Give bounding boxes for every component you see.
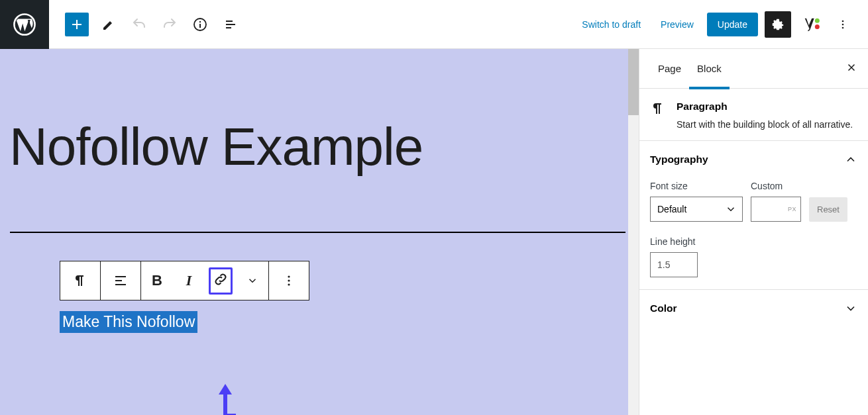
undo-icon bbox=[131, 17, 147, 32]
custom-size-label: Custom bbox=[751, 181, 801, 191]
svg-point-9 bbox=[288, 275, 290, 277]
annotation-arrow-icon bbox=[213, 380, 240, 415]
gear-icon bbox=[771, 17, 785, 32]
list-outline-icon bbox=[223, 17, 239, 32]
svg-point-5 bbox=[815, 24, 820, 29]
paragraph-icon bbox=[72, 273, 88, 289]
info-button[interactable] bbox=[187, 11, 213, 38]
svg-point-7 bbox=[842, 23, 844, 25]
chevron-up-icon bbox=[844, 153, 857, 166]
info-icon bbox=[192, 17, 208, 32]
typography-panel-toggle[interactable]: Typography bbox=[639, 141, 868, 178]
color-panel: Color bbox=[639, 289, 868, 327]
wordpress-icon bbox=[13, 13, 36, 36]
typography-heading: Typography bbox=[650, 154, 708, 165]
close-icon bbox=[845, 62, 857, 73]
editor-topbar: Switch to draft Preview Update bbox=[0, 0, 868, 49]
svg-point-8 bbox=[842, 26, 844, 28]
line-height-label: Line height bbox=[650, 236, 857, 247]
svg-point-4 bbox=[815, 18, 820, 23]
tab-page[interactable]: Page bbox=[650, 49, 689, 89]
selected-paragraph-text[interactable]: Make This Nofollow bbox=[60, 311, 197, 333]
svg-point-2 bbox=[199, 21, 201, 22]
italic-button[interactable]: I bbox=[173, 261, 205, 300]
block-more-button[interactable] bbox=[269, 261, 309, 300]
font-size-value: Default bbox=[657, 204, 686, 214]
link-button[interactable] bbox=[205, 261, 237, 300]
line-height-input[interactable]: 1.5 bbox=[650, 252, 698, 277]
pencil-icon bbox=[101, 17, 117, 32]
settings-button[interactable] bbox=[765, 11, 791, 38]
bold-button[interactable]: B bbox=[141, 261, 173, 300]
yoast-icon bbox=[802, 15, 820, 34]
scrollbar-track[interactable] bbox=[628, 49, 639, 415]
edit-mode-button[interactable] bbox=[95, 11, 122, 38]
block-description: Start with the building block of all nar… bbox=[677, 118, 853, 132]
paragraph-icon bbox=[650, 101, 666, 116]
tab-block[interactable]: Block bbox=[689, 49, 730, 89]
plus-icon bbox=[69, 17, 85, 32]
color-heading: Color bbox=[650, 302, 677, 314]
block-info-header: Paragraph Start with the building block … bbox=[639, 89, 868, 140]
yoast-button[interactable] bbox=[798, 11, 824, 38]
redo-icon bbox=[162, 17, 178, 32]
line-height-value: 1.5 bbox=[657, 259, 670, 270]
align-left-icon bbox=[113, 273, 129, 289]
svg-rect-3 bbox=[199, 24, 201, 28]
font-size-select[interactable]: Default bbox=[650, 197, 743, 222]
close-sidebar-button[interactable] bbox=[845, 62, 857, 75]
outline-button[interactable] bbox=[217, 11, 244, 38]
page-title[interactable]: Nofollow Example bbox=[0, 49, 639, 173]
color-panel-toggle[interactable]: Color bbox=[639, 290, 868, 327]
svg-point-6 bbox=[842, 20, 844, 22]
chevron-down-icon bbox=[844, 302, 857, 315]
add-block-button[interactable] bbox=[65, 13, 89, 36]
chevron-down-icon bbox=[246, 275, 258, 287]
redo-button[interactable] bbox=[156, 11, 183, 38]
more-options-button[interactable] bbox=[831, 11, 855, 38]
kebab-icon bbox=[281, 273, 297, 289]
preview-button[interactable]: Preview bbox=[654, 15, 700, 34]
update-button[interactable]: Update bbox=[707, 13, 758, 36]
block-type-button[interactable] bbox=[60, 261, 100, 300]
block-name: Paragraph bbox=[677, 101, 853, 113]
wordpress-logo-button[interactable] bbox=[0, 0, 49, 49]
chevron-down-icon bbox=[725, 203, 737, 215]
link-icon bbox=[213, 271, 229, 287]
align-button[interactable] bbox=[101, 261, 140, 300]
more-formatting-button[interactable] bbox=[237, 261, 268, 300]
kebab-icon bbox=[836, 18, 849, 31]
custom-size-input[interactable]: PX bbox=[751, 197, 801, 222]
editor-canvas[interactable]: Nofollow Example B I bbox=[0, 49, 639, 415]
typography-panel: Typography Font size Default C bbox=[639, 140, 868, 289]
scrollbar-thumb[interactable] bbox=[628, 49, 639, 115]
svg-point-10 bbox=[288, 279, 290, 281]
undo-button[interactable] bbox=[126, 11, 152, 38]
font-size-label: Font size bbox=[650, 181, 743, 191]
title-separator bbox=[10, 232, 625, 233]
settings-sidebar: Page Block Paragraph Start with the buil… bbox=[639, 49, 868, 415]
reset-font-size-button[interactable]: Reset bbox=[809, 197, 847, 222]
block-toolbar: B I bbox=[60, 261, 309, 300]
switch-to-draft-button[interactable]: Switch to draft bbox=[575, 15, 647, 34]
svg-point-11 bbox=[288, 283, 290, 285]
px-suffix: PX bbox=[788, 206, 796, 212]
